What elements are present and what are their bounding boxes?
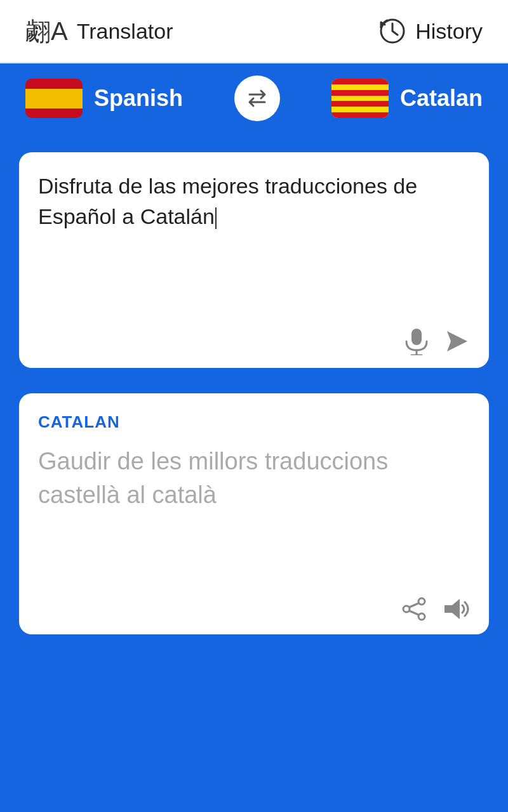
text-cursor <box>215 207 217 229</box>
svg-line-9 <box>410 611 418 615</box>
share-icon[interactable] <box>401 596 427 622</box>
speaker-icon[interactable] <box>442 596 470 622</box>
source-language-button[interactable]: Spanish <box>25 79 183 118</box>
input-text: Disfruta de las mejores traducciones de … <box>38 174 417 228</box>
input-text-area[interactable]: Disfruta de las mejores traducciones de … <box>38 171 470 317</box>
output-card: CATALAN Gaudir de les millors traduccion… <box>19 393 489 634</box>
output-language-label: CATALAN <box>38 412 470 432</box>
output-text: Gaudir de les millors traduccions castel… <box>38 445 470 584</box>
history-nav[interactable]: History <box>378 17 483 45</box>
svg-point-6 <box>403 606 410 612</box>
svg-marker-4 <box>447 331 467 351</box>
svg-point-5 <box>418 598 425 605</box>
send-icon[interactable] <box>444 329 470 354</box>
language-bar: Spanish Catalan <box>0 63 508 133</box>
input-card: Disfruta de las mejores traducciones de … <box>19 152 489 368</box>
swap-icon <box>244 86 270 111</box>
target-language-button[interactable]: Catalan <box>331 79 483 118</box>
target-language-label: Catalan <box>400 85 483 112</box>
microphone-icon[interactable] <box>404 327 429 355</box>
history-icon <box>378 17 406 45</box>
app-header: 翽A Translator History <box>0 0 508 63</box>
spanish-flag <box>25 79 83 118</box>
output-actions <box>38 596 470 622</box>
catalan-flag <box>331 79 389 118</box>
translate-icon: 翽A <box>25 14 68 49</box>
input-actions <box>38 327 470 355</box>
svg-line-8 <box>410 603 418 607</box>
history-title: History <box>415 19 483 44</box>
source-language-label: Spanish <box>94 85 183 112</box>
svg-rect-1 <box>411 329 422 345</box>
svg-marker-10 <box>444 599 460 619</box>
translator-title: Translator <box>77 19 173 44</box>
swap-languages-button[interactable] <box>234 75 280 121</box>
translator-nav[interactable]: 翽A Translator <box>25 14 173 49</box>
svg-point-7 <box>418 613 425 620</box>
